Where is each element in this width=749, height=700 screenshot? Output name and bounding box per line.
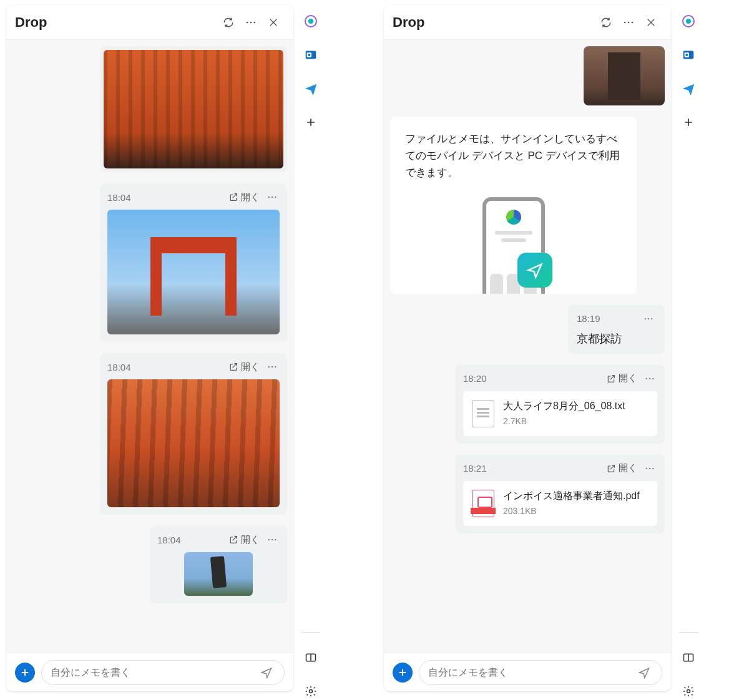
item-more-button[interactable] bbox=[641, 311, 656, 326]
close-button[interactable] bbox=[640, 11, 662, 34]
svg-point-5 bbox=[275, 197, 276, 198]
svg-point-8 bbox=[275, 366, 276, 367]
open-button[interactable]: 開く bbox=[228, 361, 260, 373]
send-button[interactable] bbox=[258, 664, 275, 681]
compose-box[interactable] bbox=[41, 660, 285, 685]
compose-box[interactable] bbox=[419, 660, 662, 685]
right-pane: Drop ファイルとメモは、サインインしているすべてのモバイル デバイスと PC… bbox=[384, 0, 730, 700]
timestamp: 18:04 bbox=[157, 535, 223, 545]
item-more-button[interactable] bbox=[265, 532, 280, 547]
open-button[interactable]: 開く bbox=[606, 372, 637, 384]
split-screen-icon[interactable] bbox=[680, 649, 697, 666]
add-button[interactable] bbox=[393, 663, 413, 683]
more-button[interactable] bbox=[617, 11, 640, 34]
text-file-icon bbox=[472, 400, 494, 427]
compose-input[interactable] bbox=[51, 667, 258, 678]
open-button[interactable]: 開く bbox=[228, 192, 260, 203]
timestamp: 18:21 bbox=[463, 463, 601, 474]
outlook-icon[interactable] bbox=[302, 46, 320, 64]
info-text: ファイルとメモは、サインインしているすべてのモバイル デバイスと PC デバイス… bbox=[405, 130, 622, 182]
file-name: インボイス適格事業者通知.pdf bbox=[503, 490, 649, 503]
drop-panel-left: Drop 18:04 開く bbox=[6, 5, 293, 691]
message-text: 京都探訪 bbox=[577, 331, 656, 346]
item-more-button[interactable] bbox=[642, 371, 657, 386]
svg-point-16 bbox=[308, 54, 310, 56]
open-label: 開く bbox=[241, 361, 260, 373]
drop-body[interactable]: ファイルとメモは、サインインしているすべてのモバイル デバイスと PC デバイス… bbox=[384, 40, 671, 653]
file-name: 大人ライフ8月分_06_08.txt bbox=[503, 400, 649, 413]
file-card[interactable]: 18:20 開く 大人ライフ8月分_06_08.txt 2.7KB bbox=[456, 365, 665, 444]
svg-point-6 bbox=[268, 366, 270, 367]
open-label: 開く bbox=[241, 534, 260, 546]
image-card[interactable] bbox=[100, 46, 287, 172]
photo-torii-path[interactable] bbox=[107, 379, 280, 507]
image-card[interactable]: 18:04 開く bbox=[100, 183, 287, 342]
add-button[interactable] bbox=[15, 663, 35, 683]
svg-point-27 bbox=[652, 377, 654, 379]
svg-point-28 bbox=[646, 467, 647, 469]
send-button[interactable] bbox=[635, 664, 653, 681]
message-card[interactable]: 18:19 京都探訪 bbox=[568, 305, 665, 354]
file-row[interactable]: 大人ライフ8月分_06_08.txt 2.7KB bbox=[463, 391, 657, 436]
settings-icon[interactable] bbox=[302, 683, 320, 700]
image-card[interactable]: 18:04 開く bbox=[100, 353, 287, 515]
file-size: 203.1KB bbox=[503, 506, 649, 516]
more-horizontal-icon bbox=[644, 373, 655, 384]
more-horizontal-icon bbox=[622, 16, 635, 29]
svg-point-22 bbox=[645, 318, 646, 319]
copilot-icon[interactable] bbox=[680, 12, 697, 30]
svg-point-0 bbox=[247, 21, 248, 23]
photo-torii-tunnel[interactable] bbox=[104, 50, 283, 168]
svg-point-2 bbox=[254, 21, 256, 23]
send-icon bbox=[638, 666, 650, 679]
open-label: 開く bbox=[619, 462, 637, 474]
split-screen-icon[interactable] bbox=[302, 649, 320, 666]
outlook-icon[interactable] bbox=[680, 46, 697, 64]
card-header: 18:04 開く bbox=[157, 532, 280, 547]
sidebar-divider bbox=[680, 632, 697, 633]
sidebar-divider bbox=[302, 632, 320, 633]
more-horizontal-icon bbox=[267, 361, 278, 372]
svg-point-26 bbox=[649, 377, 650, 379]
timestamp: 18:19 bbox=[577, 313, 636, 324]
item-more-button[interactable] bbox=[265, 190, 280, 205]
copilot-icon[interactable] bbox=[302, 12, 320, 30]
external-link-icon bbox=[228, 192, 238, 202]
close-button[interactable] bbox=[262, 11, 285, 34]
refresh-button[interactable] bbox=[217, 11, 240, 34]
file-info: インボイス適格事業者通知.pdf 203.1KB bbox=[503, 490, 649, 517]
send-sidebar-icon[interactable] bbox=[680, 80, 697, 97]
image-card[interactable]: 18:04 開く bbox=[150, 526, 287, 603]
open-label: 開く bbox=[241, 192, 260, 203]
file-card[interactable]: 18:21 開く インボイス適格事業者通知.pdf 203.1KB bbox=[456, 455, 665, 533]
photo-fox-statue[interactable] bbox=[184, 552, 253, 596]
settings-icon[interactable] bbox=[680, 683, 697, 700]
file-row[interactable]: インボイス適格事業者通知.pdf 203.1KB bbox=[463, 481, 657, 526]
more-button[interactable] bbox=[240, 11, 262, 34]
svg-point-20 bbox=[628, 21, 630, 23]
svg-point-37 bbox=[687, 690, 690, 693]
svg-point-9 bbox=[268, 539, 270, 540]
refresh-icon bbox=[600, 16, 612, 29]
left-pane: Drop 18:04 開く bbox=[6, 0, 353, 700]
drop-body[interactable]: 18:04 開く 18:04 開く bbox=[6, 40, 293, 653]
image-thumbnail[interactable] bbox=[584, 46, 665, 105]
edge-logo-icon bbox=[506, 210, 521, 225]
add-sidebar-icon[interactable] bbox=[680, 114, 697, 131]
card-header: 18:04 開く bbox=[107, 359, 280, 374]
svg-point-24 bbox=[651, 318, 652, 319]
item-more-button[interactable] bbox=[642, 461, 657, 476]
edge-sidebar bbox=[671, 0, 706, 700]
open-button[interactable]: 開く bbox=[228, 534, 260, 546]
send-sidebar-icon[interactable] bbox=[302, 80, 320, 97]
photo-torii-gate[interactable] bbox=[107, 210, 280, 334]
panel-title: Drop bbox=[15, 14, 217, 31]
refresh-button[interactable] bbox=[595, 11, 617, 34]
open-button[interactable]: 開く bbox=[606, 462, 637, 474]
item-more-button[interactable] bbox=[265, 359, 280, 374]
compose-input[interactable] bbox=[428, 667, 635, 678]
photo-shrine-thumbnail[interactable] bbox=[584, 46, 665, 105]
refresh-icon bbox=[222, 16, 235, 29]
add-sidebar-icon[interactable] bbox=[302, 114, 320, 131]
svg-point-19 bbox=[624, 21, 626, 23]
